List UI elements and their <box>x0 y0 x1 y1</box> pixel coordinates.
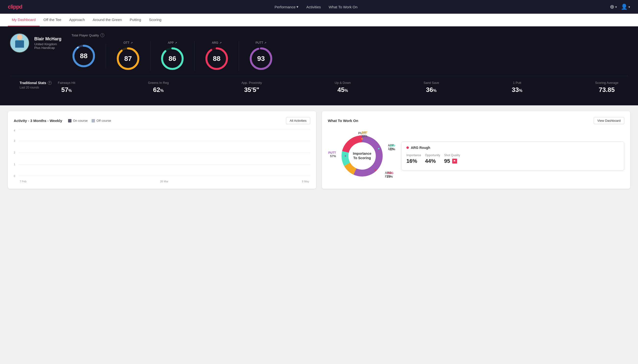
quality-circles: 88 OTT ↗ 87 <box>72 41 628 71</box>
quality-section: Total Player Quality ? 88 <box>72 33 628 71</box>
arg-ring: 88 <box>204 46 229 71</box>
tab-scoring[interactable]: Scoring <box>145 14 165 26</box>
what-to-work-on-card: What To Work On View Dashboard PUTT 57% … <box>322 111 630 189</box>
traditional-stats-row: Traditional Stats ? Last 20 rounds Fairw… <box>10 76 628 98</box>
nav-activities[interactable]: Activities <box>306 5 321 9</box>
metric-opportunity: Opportunity 44% <box>425 154 440 164</box>
y-label-4: 4 <box>14 129 15 132</box>
svg-point-21 <box>361 138 363 140</box>
ott-label-text: OTT10% <box>362 131 367 138</box>
avatar <box>10 33 29 53</box>
score-putt: PUTT ↗ 93 <box>239 41 283 71</box>
logo: clippd <box>8 4 22 10</box>
flag-icon: ⚑ <box>452 159 457 164</box>
stat-sand-save: Sand Save 36% <box>423 81 439 94</box>
arg-label-text: ARG21% <box>387 171 393 178</box>
stat-name: Greens In Reg <box>148 81 169 84</box>
stat-scoring-average: Scoring Average 73.85 <box>595 81 618 94</box>
tab-my-dashboard[interactable]: My Dashboard <box>8 14 40 26</box>
stats-subtitle: Last 20 rounds <box>20 86 54 89</box>
app-arrow-icon: ↗ <box>175 41 177 44</box>
score-ott: OTT ↗ 87 <box>106 41 150 71</box>
activity-chart-card: Activity - 3 Months - Weekly On course O… <box>8 111 316 189</box>
putt-arrow-icon: ↗ <box>264 41 266 44</box>
info-card-title: ARG Rough <box>406 146 619 150</box>
score-overall: 88 <box>72 44 106 68</box>
info-dot-icon <box>406 146 409 149</box>
x-label-mar: 28 Mar <box>160 180 168 183</box>
add-button[interactable]: ⊕ ▾ <box>610 4 617 10</box>
nav-performance[interactable]: Performance ▾ <box>274 5 298 9</box>
x-label-may: 9 May <box>302 180 309 183</box>
y-label-3: 3 <box>14 139 15 142</box>
legend-on-course: On course <box>68 119 88 122</box>
player-details: Blair McHarg United Kingdom Plus Handica… <box>34 36 62 50</box>
chart-card-header: Activity - 3 Months - Weekly On course O… <box>14 117 310 124</box>
player-quality-row: Blair McHarg United Kingdom Plus Handica… <box>10 33 628 71</box>
putt-ring: 93 <box>249 46 273 71</box>
y-label-2: 2 <box>14 151 15 154</box>
help-icon[interactable]: ? <box>100 33 104 37</box>
tab-putting[interactable]: Putting <box>126 14 145 26</box>
svg-point-23 <box>375 170 376 171</box>
info-metrics: Importance 16% Opportunity 44% Shot Qual… <box>406 154 619 164</box>
overall-ring: 88 <box>72 44 96 68</box>
stat-app-proximity: App. Proximity 35'5" <box>241 81 262 94</box>
donut-area: PUTT 57% APP 12% ARG 21% PUTT <box>328 129 396 183</box>
stat-one-putt: 1 Putt 33% <box>512 81 522 94</box>
stats-help-icon[interactable]: ? <box>48 81 52 85</box>
legend-off-course: Off course <box>92 119 111 122</box>
user-menu[interactable]: 👤 ▾ <box>621 4 630 10</box>
off-course-legend-dot <box>92 119 95 122</box>
stats-items: Fairways Hit 57% Greens In Reg 62% App. … <box>58 81 618 94</box>
stat-name: Scoring Average <box>595 81 618 84</box>
putt-value: 93 <box>257 55 265 62</box>
wtwo-title: What To Work On <box>328 118 358 123</box>
svg-text:Importance: Importance <box>353 152 371 156</box>
chevron-down-icon: ▾ <box>297 5 298 9</box>
stat-value: 57% <box>58 86 75 94</box>
wtwo-content: PUTT 57% APP 12% ARG 21% PUTT <box>328 129 624 183</box>
quality-title: Total Player Quality ? <box>72 33 628 37</box>
svg-point-22 <box>378 148 379 149</box>
stat-value: 45% <box>335 86 351 94</box>
donut-svg: Importance To Scoring <box>338 132 386 180</box>
stat-up-and-down: Up & Down 45% <box>335 81 351 94</box>
tab-off-the-tee[interactable]: Off the Tee <box>40 14 65 26</box>
tab-approach[interactable]: Approach <box>65 14 89 26</box>
metric-shot-quality: Shot Quality 95 ⚑ <box>444 154 460 164</box>
stat-value: 35'5" <box>241 86 262 94</box>
y-label-0: 0 <box>14 174 15 178</box>
svg-point-5 <box>127 68 129 70</box>
tab-around-the-green[interactable]: Around the Green <box>89 14 126 26</box>
stat-name: Fairways Hit <box>58 81 75 84</box>
arg-label: ARG ↗ <box>212 41 221 44</box>
grid-area: 4 3 2 1 0 <box>19 129 310 176</box>
score-arg: ARG ↗ 88 <box>195 41 239 71</box>
nav-what-to-work-on[interactable]: What To Work On <box>329 5 358 9</box>
svg-point-8 <box>161 58 163 60</box>
putt-label: PUTT ↗ <box>256 41 266 44</box>
x-labels: 7 Feb 28 Mar 9 May <box>19 180 310 183</box>
stat-name: Up & Down <box>335 81 351 84</box>
all-activities-button[interactable]: All Activities <box>286 117 310 124</box>
y-label-1: 1 <box>14 163 15 166</box>
x-label-feb: 7 Feb <box>20 180 27 183</box>
svg-point-14 <box>270 58 272 60</box>
hero-section: Blair McHarg United Kingdom Plus Handica… <box>0 26 638 105</box>
bars-container <box>19 129 310 176</box>
main-content: Activity - 3 Months - Weekly On course O… <box>0 105 638 194</box>
nav-links: Performance ▾ Activities What To Work On <box>274 5 357 9</box>
view-dashboard-button[interactable]: View Dashboard <box>594 117 624 124</box>
stat-value: 62% <box>148 86 169 94</box>
stat-fairways-hit: Fairways Hit 57% <box>58 81 75 94</box>
metric-importance: Importance 16% <box>406 154 421 164</box>
player-name: Blair McHarg <box>34 36 62 42</box>
overall-value: 88 <box>80 52 87 60</box>
stat-value: 73.85 <box>595 86 618 94</box>
chart-title: Activity - 3 Months - Weekly <box>14 118 62 123</box>
putt-label-text: PUTT57% <box>328 151 336 158</box>
svg-text:To Scoring: To Scoring <box>353 156 371 160</box>
stat-name: App. Proximity <box>241 81 262 84</box>
app-value: 86 <box>168 55 176 62</box>
